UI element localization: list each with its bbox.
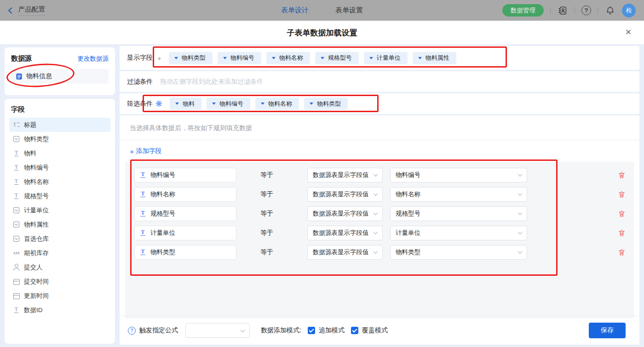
source-field-dropdown[interactable]: 物料类型: [390, 245, 527, 260]
delete-rule-icon[interactable]: [618, 190, 626, 199]
chevron-down-icon: [518, 191, 523, 196]
field-label: 数据ID: [24, 306, 43, 314]
datasource-title: 数据源: [11, 54, 32, 63]
caret-down-icon: [321, 57, 324, 59]
display-fields-row: 显示字段 + 物料类型 物料编号 物料名称 规格型号 计量单位 物料属性: [120, 46, 639, 70]
formula-help-icon[interactable]: [128, 327, 136, 335]
screen-condition-tag[interactable]: 物料类型: [304, 97, 348, 110]
sidebar-field-item[interactable]: 提交时间: [9, 274, 110, 289]
save-button[interactable]: 保存: [589, 323, 626, 338]
sidebar-field-item[interactable]: 物料: [9, 146, 110, 160]
user-avatar[interactable]: 检: [622, 4, 636, 17]
caret-down-icon: [418, 57, 422, 59]
delete-rule-icon[interactable]: [618, 229, 626, 237]
screen-condition-tags: 物料 物料编号 物料名称 物料类型: [170, 97, 348, 110]
rule-target-field[interactable]: 物料类型: [134, 245, 236, 260]
sidebar-field-item[interactable]: 计量单位: [9, 203, 110, 217]
rule-target-field[interactable]: 规格型号: [134, 206, 236, 221]
change-datasource-link[interactable]: 更改数据源: [78, 55, 109, 63]
append-mode-option[interactable]: 追加模式: [308, 326, 345, 335]
sidebar-field-item[interactable]: 数据ID: [9, 303, 110, 317]
screen-condition-tag[interactable]: 物料: [170, 97, 201, 110]
back-icon[interactable]: [8, 7, 15, 14]
operator-label: 等于: [260, 229, 293, 237]
operator-label: 等于: [260, 248, 293, 256]
display-field-tag[interactable]: 规格型号: [315, 52, 359, 64]
sidebar-field-item[interactable]: 更新时间: [9, 289, 110, 303]
rule-target-field[interactable]: 计量单位: [134, 226, 236, 240]
caret-down-icon: [212, 102, 216, 105]
help-icon[interactable]: [581, 6, 591, 15]
select-field-icon: [13, 235, 20, 242]
datasource-item[interactable]: 物料信息: [11, 69, 109, 84]
sidebar-field-item[interactable]: 物料类型: [9, 132, 110, 146]
checkbox-checked-icon[interactable]: [308, 327, 315, 334]
divider: [120, 140, 639, 140]
tab-form-design[interactable]: 表单设计: [281, 6, 309, 15]
back-nav[interactable]: 产品配置: [0, 5, 45, 16]
close-icon[interactable]: [623, 27, 634, 38]
sidebar-field-item[interactable]: 首选仓库: [9, 232, 110, 246]
field-label: 物料名称: [24, 178, 49, 186]
display-field-tag[interactable]: 物料属性: [413, 52, 456, 64]
sidebar-field-item[interactable]: 提交人: [9, 260, 110, 274]
sidebar-field-item[interactable]: 标题: [9, 118, 110, 132]
contact-book-icon[interactable]: [557, 5, 568, 16]
select-field-icon: [13, 221, 20, 228]
text-field-icon: [13, 193, 20, 199]
tab-form-settings[interactable]: 表单设置: [335, 6, 363, 15]
bell-icon[interactable]: [604, 5, 615, 16]
text-field-icon: [139, 249, 146, 256]
text-field-icon: [139, 191, 146, 198]
text-field-icon: [13, 307, 20, 313]
rule-target-field[interactable]: 物料编号: [134, 168, 236, 182]
fields-panel: 字段 标题 物料类型 物料 物料编号 物料名称: [5, 99, 115, 344]
source-field-dropdown[interactable]: 规格型号: [390, 206, 527, 221]
user-field-icon: [13, 264, 20, 271]
checkbox-checked-icon[interactable]: [351, 327, 358, 334]
rule-target-field[interactable]: 物料名称: [134, 187, 236, 202]
data-manage-button[interactable]: 数据管理: [502, 4, 544, 17]
delete-rule-icon[interactable]: [618, 248, 626, 256]
screen-condition-tag[interactable]: 物料编号: [207, 97, 250, 110]
date-field-icon: [13, 292, 20, 299]
source-field-dropdown[interactable]: 物料名称: [390, 187, 527, 202]
add-display-field-button[interactable]: +: [157, 54, 161, 62]
overwrite-mode-option[interactable]: 覆盖模式: [351, 326, 388, 335]
source-type-dropdown[interactable]: 数据源表显示字段值: [307, 168, 383, 182]
panel-footer: 触发指定公式 数据添加模式: 追加模式 覆盖模式 保存: [120, 316, 639, 345]
source-type-dropdown[interactable]: 数据源表显示字段值: [307, 206, 383, 221]
source-field-dropdown[interactable]: 物料编号: [390, 168, 527, 182]
gear-icon[interactable]: [155, 100, 162, 107]
source-field-dropdown[interactable]: 计量单位: [390, 226, 527, 240]
field-label: 提交时间: [24, 278, 49, 286]
back-label[interactable]: 产品配置: [18, 5, 45, 16]
display-field-tag[interactable]: 计量单位: [364, 52, 408, 64]
select-field-icon: [13, 136, 20, 142]
chevron-down-icon: [374, 210, 378, 215]
display-field-tag[interactable]: 物料编号: [218, 52, 261, 64]
text-field-icon: [139, 171, 146, 178]
add-field-link[interactable]: 添加字段: [130, 147, 162, 155]
number-field-icon: [13, 250, 20, 256]
sidebar-field-item[interactable]: 物料属性: [9, 217, 110, 232]
delete-rule-icon[interactable]: [618, 210, 626, 218]
chevron-down-icon: [374, 230, 378, 234]
source-type-dropdown[interactable]: 数据源表显示字段值: [307, 226, 383, 240]
rule-row: 物料类型 等于 数据源表显示字段值 物料类型: [125, 245, 634, 260]
sidebar-field-item[interactable]: 物料编号: [9, 160, 110, 175]
sidebar-field-item[interactable]: 规格型号: [9, 189, 110, 203]
divider: [598, 7, 598, 14]
sidebar-field-item[interactable]: 物料名称: [9, 175, 110, 189]
source-type-dropdown[interactable]: 数据源表显示字段值: [307, 245, 383, 260]
filter-condition-row[interactable]: 过滤条件 拖动左侧字段到此处来添加过滤条件: [120, 71, 639, 92]
chevron-down-icon: [241, 328, 245, 332]
display-field-tag[interactable]: 物料类型: [169, 52, 213, 64]
caret-down-icon: [175, 102, 179, 105]
screen-condition-tag[interactable]: 物料名称: [255, 97, 299, 110]
display-field-tag[interactable]: 物料名称: [266, 52, 310, 64]
source-type-dropdown[interactable]: 数据源表显示字段值: [307, 187, 383, 202]
formula-select[interactable]: [185, 323, 250, 338]
delete-rule-icon[interactable]: [618, 171, 626, 179]
sidebar-field-item[interactable]: 期初库存: [9, 246, 110, 260]
